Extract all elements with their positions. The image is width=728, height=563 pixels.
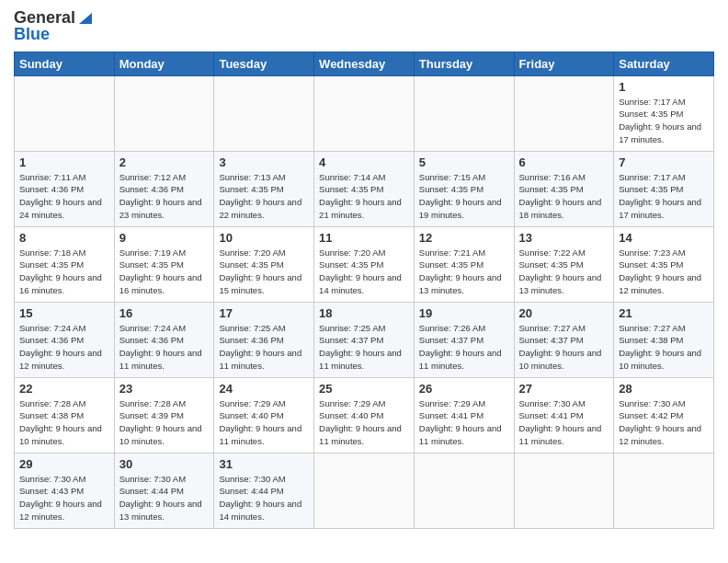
day-number: 7 [619,155,709,169]
day-number: 24 [219,382,309,396]
day-info: Sunrise: 7:30 AMSunset: 4:44 PMDaylight:… [219,473,309,523]
calendar-cell: 5Sunrise: 7:15 AMSunset: 4:35 PMDaylight… [414,151,514,226]
day-info: Sunrise: 7:24 AMSunset: 4:36 PMDaylight:… [119,322,210,373]
day-number: 19 [419,306,509,320]
day-number: 15 [19,306,109,320]
calendar-cell [414,453,514,528]
calendar-cell: 10Sunrise: 7:20 AMSunset: 4:35 PMDayligh… [214,226,314,302]
day-number: 9 [119,231,210,245]
day-number: 6 [519,155,609,169]
day-info: Sunrise: 7:22 AMSunset: 4:35 PMDaylight:… [519,247,609,297]
col-tuesday: Tuesday [214,52,314,75]
day-info: Sunrise: 7:25 AMSunset: 4:37 PMDaylight:… [319,322,409,373]
calendar-cell: 21Sunrise: 7:27 AMSunset: 4:38 PMDayligh… [614,302,714,377]
calendar-cell: 23Sunrise: 7:28 AMSunset: 4:39 PMDayligh… [114,377,214,453]
day-info: Sunrise: 7:29 AMSunset: 4:41 PMDaylight:… [419,397,509,448]
day-info: Sunrise: 7:20 AMSunset: 4:35 PMDaylight:… [219,247,309,297]
day-number: 17 [219,306,309,320]
day-info: Sunrise: 7:24 AMSunset: 4:36 PMDaylight:… [19,322,109,373]
calendar-cell: 25Sunrise: 7:29 AMSunset: 4:40 PMDayligh… [314,377,415,453]
calendar-cell [114,75,214,151]
col-monday: Monday [114,52,214,75]
day-info: Sunrise: 7:13 AMSunset: 4:35 PMDaylight:… [219,171,309,222]
calendar-week-row: 8Sunrise: 7:18 AMSunset: 4:35 PMDaylight… [15,226,714,302]
calendar-cell: 26Sunrise: 7:29 AMSunset: 4:41 PMDayligh… [414,377,514,453]
day-number: 22 [19,382,109,396]
calendar-cell: 29Sunrise: 7:30 AMSunset: 4:43 PMDayligh… [15,453,115,528]
day-info: Sunrise: 7:25 AMSunset: 4:36 PMDaylight:… [219,322,309,373]
calendar-cell: 2Sunrise: 7:12 AMSunset: 4:36 PMDaylight… [114,151,214,226]
calendar-cell: 27Sunrise: 7:30 AMSunset: 4:41 PMDayligh… [514,377,614,453]
calendar-cell [514,75,614,151]
col-wednesday: Wednesday [314,52,415,75]
day-number: 30 [119,457,210,471]
day-info: Sunrise: 7:27 AMSunset: 4:38 PMDaylight:… [619,322,709,373]
day-number: 29 [19,457,109,471]
calendar-cell: 15Sunrise: 7:24 AMSunset: 4:36 PMDayligh… [15,302,115,377]
day-info: Sunrise: 7:30 AMSunset: 4:41 PMDaylight:… [519,397,609,448]
calendar-week-row: 29Sunrise: 7:30 AMSunset: 4:43 PMDayligh… [15,453,714,528]
col-sunday: Sunday [15,52,115,75]
day-info: Sunrise: 7:19 AMSunset: 4:35 PMDaylight:… [119,247,210,297]
svg-marker-0 [79,13,92,24]
day-number: 1 [619,80,709,94]
day-info: Sunrise: 7:30 AMSunset: 4:43 PMDaylight:… [19,473,109,523]
header: General Blue [14,9,714,44]
calendar-cell: 7Sunrise: 7:17 AMSunset: 4:35 PMDaylight… [614,151,714,226]
calendar-cell: 8Sunrise: 7:18 AMSunset: 4:35 PMDaylight… [15,226,115,302]
calendar-cell: 17Sunrise: 7:25 AMSunset: 4:36 PMDayligh… [214,302,314,377]
page: General Blue Sunday Monday Tuesday Wedne… [0,0,728,563]
col-thursday: Thursday [414,52,514,75]
calendar-header-row: Sunday Monday Tuesday Wednesday Thursday… [15,52,714,75]
calendar-cell: 22Sunrise: 7:28 AMSunset: 4:38 PMDayligh… [15,377,115,453]
calendar-week-row: 1Sunrise: 7:11 AMSunset: 4:36 PMDaylight… [15,151,714,226]
day-number: 5 [419,155,509,169]
day-info: Sunrise: 7:14 AMSunset: 4:35 PMDaylight:… [319,171,409,222]
day-number: 10 [219,231,309,245]
calendar-cell [414,75,514,151]
day-number: 31 [219,457,309,471]
calendar-cell: 24Sunrise: 7:29 AMSunset: 4:40 PMDayligh… [214,377,314,453]
calendar-cell [614,453,714,528]
day-number: 23 [119,382,210,396]
calendar-week-row: 15Sunrise: 7:24 AMSunset: 4:36 PMDayligh… [15,302,714,377]
calendar-cell: 30Sunrise: 7:30 AMSunset: 4:44 PMDayligh… [114,453,214,528]
calendar-cell: 1Sunrise: 7:17 AMSunset: 4:35 PMDaylight… [614,75,714,151]
day-info: Sunrise: 7:28 AMSunset: 4:38 PMDaylight:… [19,397,109,448]
day-number: 13 [519,231,609,245]
day-info: Sunrise: 7:15 AMSunset: 4:35 PMDaylight:… [419,171,509,222]
calendar-cell: 13Sunrise: 7:22 AMSunset: 4:35 PMDayligh… [514,226,614,302]
calendar-cell: 28Sunrise: 7:30 AMSunset: 4:42 PMDayligh… [614,377,714,453]
day-info: Sunrise: 7:30 AMSunset: 4:42 PMDaylight:… [619,397,709,448]
calendar-cell: 12Sunrise: 7:21 AMSunset: 4:35 PMDayligh… [414,226,514,302]
day-number: 26 [419,382,509,396]
day-info: Sunrise: 7:17 AMSunset: 4:35 PMDaylight:… [619,171,709,222]
calendar-cell: 19Sunrise: 7:26 AMSunset: 4:37 PMDayligh… [414,302,514,377]
day-number: 4 [319,155,409,169]
calendar-cell [514,453,614,528]
day-number: 25 [319,382,409,396]
calendar-week-row: 1Sunrise: 7:17 AMSunset: 4:35 PMDaylight… [15,75,714,151]
calendar-cell [314,75,415,151]
calendar-cell: 6Sunrise: 7:16 AMSunset: 4:35 PMDaylight… [514,151,614,226]
day-number: 1 [19,155,109,169]
day-number: 11 [319,231,409,245]
day-info: Sunrise: 7:21 AMSunset: 4:35 PMDaylight:… [419,247,509,297]
col-friday: Friday [514,52,614,75]
day-info: Sunrise: 7:20 AMSunset: 4:35 PMDaylight:… [319,247,409,297]
col-saturday: Saturday [614,52,714,75]
calendar-cell: 3Sunrise: 7:13 AMSunset: 4:35 PMDaylight… [214,151,314,226]
day-number: 27 [519,382,609,396]
calendar-cell: 4Sunrise: 7:14 AMSunset: 4:35 PMDaylight… [314,151,415,226]
calendar-cell: 14Sunrise: 7:23 AMSunset: 4:35 PMDayligh… [614,226,714,302]
day-info: Sunrise: 7:26 AMSunset: 4:37 PMDaylight:… [419,322,509,373]
calendar-week-row: 22Sunrise: 7:28 AMSunset: 4:38 PMDayligh… [15,377,714,453]
day-info: Sunrise: 7:28 AMSunset: 4:39 PMDaylight:… [119,397,210,448]
logo-blue: Blue [14,26,50,44]
day-info: Sunrise: 7:16 AMSunset: 4:35 PMDaylight:… [519,171,609,222]
logo: General Blue [14,9,94,44]
day-number: 14 [619,231,709,245]
day-info: Sunrise: 7:17 AMSunset: 4:35 PMDaylight:… [619,96,709,146]
day-info: Sunrise: 7:11 AMSunset: 4:36 PMDaylight:… [19,171,109,222]
day-info: Sunrise: 7:29 AMSunset: 4:40 PMDaylight:… [319,397,409,448]
